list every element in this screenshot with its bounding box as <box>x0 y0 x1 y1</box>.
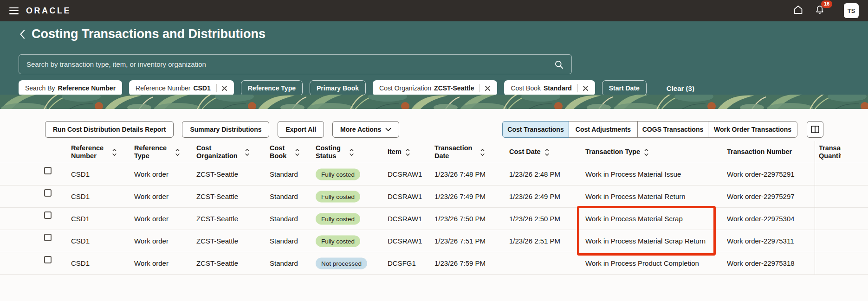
page-hero: Costing Transactions and Distributions S… <box>0 21 868 95</box>
filter-chip[interactable]: Primary Book <box>310 80 366 96</box>
status-badge: Fully costed <box>316 235 360 247</box>
filter-chips: Search By Reference Number Reference Num… <box>19 80 647 96</box>
column-header-transaction-type[interactable]: Transaction Type <box>585 141 649 163</box>
cell-transaction-number: Work order-22975291 <box>727 163 795 185</box>
export-all-button[interactable]: Export All <box>278 121 324 138</box>
sort-icon <box>245 148 250 157</box>
run-cost-distribution-report-button[interactable]: Run Cost Distribution Details Report <box>45 121 174 138</box>
global-header: ORACLE 16 TS <box>0 0 868 21</box>
cell-cost-book: Standard <box>270 186 298 207</box>
row-checkbox[interactable] <box>44 211 52 219</box>
cell-transaction-date: 1/23/26 7:59 PM <box>434 252 486 274</box>
search-icon[interactable] <box>554 60 564 71</box>
cell-item: DCSFG1 <box>388 252 416 274</box>
cell-cost-book: Standard <box>270 208 298 230</box>
table-header: Reference Number Reference Type Cost Org… <box>0 141 868 163</box>
chevron-down-icon <box>385 128 391 132</box>
cell-reference-type: Work order <box>134 252 168 274</box>
clear-filters-button[interactable]: Clear (3) <box>667 84 694 92</box>
cell-reference-type: Work order <box>134 208 168 230</box>
action-buttons: Run Cost Distribution Details Report Sum… <box>45 121 399 138</box>
cell-reference-number: CSD1 <box>71 252 90 274</box>
sort-icon <box>544 148 550 157</box>
cell-cost-organization: ZCST-Seattle <box>196 186 238 207</box>
filter-chip[interactable]: Reference Number CSD1 <box>129 80 234 96</box>
tab-cost-transactions[interactable]: Cost Transactions <box>502 121 569 138</box>
filter-chip[interactable]: Cost Organization ZCST-Seattle <box>373 80 497 96</box>
hamburger-menu-icon[interactable] <box>9 7 19 14</box>
cell-cost-date: 1/23/26 2:49 PM <box>509 186 560 207</box>
column-header-cost-date[interactable]: Cost Date <box>509 141 550 163</box>
notifications-button[interactable]: 16 <box>814 4 825 17</box>
status-badge: Not processed <box>316 257 367 269</box>
cell-transaction-date: 1/23/26 7:51 PM <box>434 230 486 252</box>
cell-cost-organization: ZCST-Seattle <box>196 208 238 230</box>
cell-item: DCSRAW1 <box>388 163 422 185</box>
cell-reference-number: CSD1 <box>71 186 90 207</box>
row-checkbox[interactable] <box>44 189 52 197</box>
cell-item: DCSRAW1 <box>388 186 422 207</box>
column-divider <box>815 141 815 275</box>
cell-item: DCSRAW1 <box>388 208 422 230</box>
close-icon[interactable] <box>485 85 491 91</box>
table-row: CSD1 Work order ZCST-Seattle Standard Fu… <box>0 230 868 252</box>
cell-reference-number: CSD1 <box>71 230 90 252</box>
column-header-cost-book[interactable]: Cost Book <box>270 141 300 163</box>
cell-transaction-type: Work in Process Material Issue <box>585 163 681 185</box>
cell-transaction-type: Work in Process Material Scrap <box>585 208 683 230</box>
cell-reference-number: CSD1 <box>71 163 90 185</box>
cell-transaction-date: 1/23/26 7:50 PM <box>434 208 486 230</box>
column-header-costing-status[interactable]: Costing Status <box>316 141 354 163</box>
column-header-transaction-number: Transaction Number <box>727 141 792 163</box>
cell-item: DCSRAW1 <box>388 230 422 252</box>
sort-icon <box>349 148 354 157</box>
row-checkbox[interactable] <box>44 256 52 263</box>
sort-icon <box>175 148 180 157</box>
filter-chip[interactable]: Search By Reference Number <box>19 80 122 96</box>
column-header-transaction-quantity: Transaction Quantity <box>819 141 841 163</box>
cell-cost-book: Standard <box>270 230 298 252</box>
search-box <box>19 54 572 74</box>
column-header-transaction-date[interactable]: Transaction Date <box>434 141 485 163</box>
manage-columns-button[interactable] <box>807 121 823 138</box>
main-content: Run Cost Distribution Details Report Sum… <box>0 109 868 301</box>
close-icon[interactable] <box>583 85 589 91</box>
table-row: CSD1 Work order ZCST-Seattle Standard No… <box>0 252 868 275</box>
table-row: CSD1 Work order ZCST-Seattle Standard Fu… <box>0 186 868 208</box>
back-button[interactable] <box>19 29 25 39</box>
cell-transaction-type: Work in Process Product Completion <box>585 252 699 274</box>
tab-cost-adjustments[interactable]: Cost Adjustments <box>569 121 638 138</box>
tab-cogs-transactions[interactable]: COGS Transactions <box>637 121 708 138</box>
column-header-reference-number[interactable]: Reference Number <box>71 141 117 163</box>
transaction-tabs: Cost Transactions Cost Adjustments COGS … <box>502 121 797 138</box>
cell-cost-book: Standard <box>270 163 298 185</box>
more-actions-button[interactable]: More Actions <box>332 121 399 138</box>
close-icon[interactable] <box>221 85 227 91</box>
row-checkbox[interactable] <box>44 234 52 241</box>
row-checkbox[interactable] <box>44 167 52 174</box>
column-header-item[interactable]: Item <box>388 141 410 163</box>
home-button[interactable] <box>792 4 804 17</box>
column-header-reference-type[interactable]: Reference Type <box>134 141 180 163</box>
cell-reference-type: Work order <box>134 186 168 207</box>
header-actions: 16 TS <box>792 3 859 18</box>
cell-cost-organization: ZCST-Seattle <box>196 230 238 252</box>
cell-reference-type: Work order <box>134 163 168 185</box>
sort-icon <box>295 148 300 157</box>
sort-icon <box>480 148 485 157</box>
cell-transaction-date: 1/23/26 7:49 PM <box>434 186 486 207</box>
avatar[interactable]: TS <box>844 3 859 18</box>
status-badge: Fully costed <box>316 168 360 180</box>
tab-work-order-transactions[interactable]: Work Order Transactions <box>708 121 797 138</box>
filter-chip[interactable]: Cost Book Standard <box>504 80 595 96</box>
column-header-cost-organization[interactable]: Cost Organization <box>196 141 250 163</box>
filter-chip[interactable]: Reference Type <box>241 80 303 96</box>
cell-transaction-number: Work order-22975297 <box>727 186 795 207</box>
sort-icon <box>405 148 410 157</box>
notification-badge: 16 <box>821 0 832 8</box>
table-row: CSD1 Work order ZCST-Seattle Standard Fu… <box>0 163 868 186</box>
sort-icon <box>112 148 117 157</box>
filter-chip[interactable]: Start Date <box>602 80 647 96</box>
summary-distributions-button[interactable]: Summary Distributions <box>182 121 269 138</box>
search-input[interactable] <box>19 55 571 74</box>
